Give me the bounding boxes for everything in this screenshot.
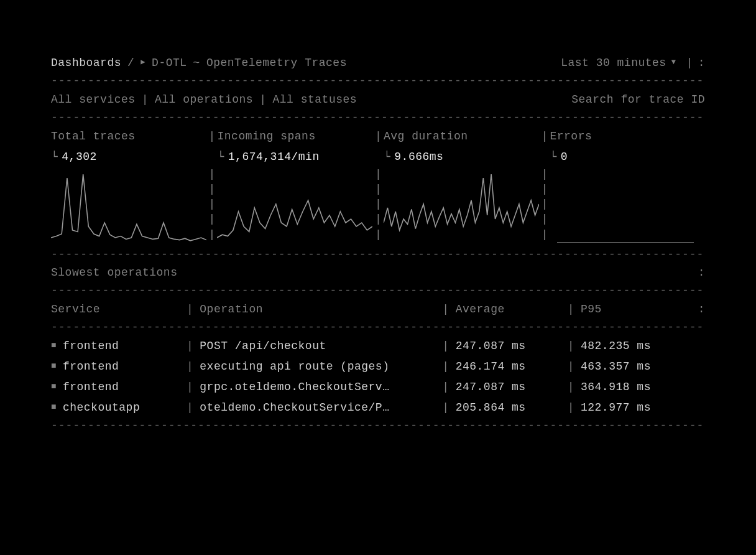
pipe-separator: | (541, 128, 548, 145)
dashboard-title: OpenTelemetry Traces (206, 55, 347, 72)
corner-icon: └ (51, 149, 58, 166)
cell-p95: 482.235 ms (581, 338, 686, 355)
menu-icon[interactable]: : (698, 55, 705, 72)
square-icon: ■ (51, 380, 57, 393)
corner-icon: └ (550, 149, 556, 166)
breadcrumb-separator: / (121, 55, 141, 72)
time-range-selector[interactable]: Last 30 minutes (561, 55, 666, 72)
breadcrumb-root[interactable]: Dashboards (51, 55, 121, 72)
cell-service: ■frontend (51, 358, 180, 375)
filter-operations[interactable]: All operations (155, 91, 253, 108)
sparkline-avg-duration (384, 170, 539, 245)
cell-p95: 122.977 ms (581, 399, 686, 416)
pipe-separator: | (436, 358, 455, 375)
pipe-separator: | (180, 379, 200, 396)
metric-value: 4,302 (62, 149, 97, 166)
col-header-p95[interactable]: P95 (581, 301, 686, 318)
cell-operation: POST /api/checkout (200, 338, 436, 355)
pipe-separator: | (180, 338, 200, 355)
metric-value: 0 (561, 149, 568, 166)
cell-service: ■checkoutapp (51, 399, 180, 416)
pipe-separator: | (136, 91, 155, 108)
dashboard-code[interactable]: D-OTL (145, 55, 187, 72)
cell-average: 246.174 ms (456, 358, 561, 375)
metrics-row: Total traces └ 4,302 | Incoming spans └ … (51, 128, 705, 245)
table-row[interactable]: ■checkoutapp|oteldemo.CheckoutService/P…… (51, 399, 705, 416)
cell-average: 247.087 ms (456, 338, 561, 355)
tilde-separator: ~ (187, 55, 206, 72)
divider: ----------------------------------------… (51, 285, 705, 297)
metric-label: Incoming spans (217, 128, 383, 145)
col-header-operation[interactable]: Operation (200, 301, 436, 318)
metric-label: Errors (550, 128, 705, 145)
cell-operation: grpc.oteldemo.CheckoutServ… (200, 379, 436, 396)
col-header-service[interactable]: Service (51, 301, 180, 318)
menu-icon[interactable]: : (698, 264, 705, 281)
cell-average: 247.087 ms (456, 379, 561, 396)
pipe-separator: | (253, 91, 272, 108)
cell-service: ■frontend (51, 338, 180, 355)
filter-services[interactable]: All services (51, 91, 136, 108)
metric-label: Avg duration (384, 128, 550, 145)
divider: ----------------------------------------… (51, 75, 705, 88)
pipe-separator: | (180, 358, 200, 375)
divider: ----------------------------------------… (51, 112, 705, 124)
square-icon: ■ (51, 339, 57, 352)
corner-icon: └ (217, 149, 224, 166)
table-row[interactable]: ■frontend|POST /api/checkout|247.087 ms|… (51, 338, 705, 355)
metric-incoming-spans[interactable]: | Incoming spans └ 1,674,314/min ||||| (217, 128, 383, 245)
play-icon[interactable]: ▶ (141, 57, 145, 68)
sparkline-total-traces (51, 170, 206, 245)
metric-errors[interactable]: | Errors └ 0 ||||| (550, 128, 705, 245)
pipe-separator: | (436, 338, 455, 355)
table-header: Service | Operation | Average | P95 : (51, 301, 705, 318)
pipe-separator: | (436, 399, 455, 416)
table-row[interactable]: ■frontend|grpc.oteldemo.CheckoutServ…|24… (51, 379, 705, 396)
divider: ----------------------------------------… (51, 249, 705, 261)
pipe-separator: | (561, 379, 581, 396)
cell-p95: 463.357 ms (581, 358, 686, 375)
pipe-separator: | (561, 301, 581, 318)
sparkline-errors (557, 242, 694, 243)
pipe-separator: | (180, 399, 200, 416)
search-trace-input[interactable]: Search for trace ID (571, 91, 705, 108)
square-icon: ■ (51, 360, 57, 373)
metric-label: Total traces (51, 128, 217, 145)
pipe-separator: | (375, 128, 382, 145)
filter-statuses[interactable]: All statuses (272, 91, 357, 108)
cell-operation: executing api route (pages) (200, 358, 436, 375)
pipe-separator: | (208, 128, 215, 145)
square-icon: ■ (51, 401, 57, 414)
pipe-separator: | (436, 301, 455, 318)
col-header-average[interactable]: Average (456, 301, 561, 318)
pipe-separator: | (436, 379, 455, 396)
metric-value: 9.666ms (394, 149, 443, 166)
cell-operation: oteldemo.CheckoutService/P… (200, 399, 436, 416)
metric-total-traces[interactable]: Total traces └ 4,302 (51, 128, 217, 245)
pipe-separator: | (180, 301, 200, 318)
sparkline-incoming-spans (217, 170, 372, 245)
chevron-down-icon[interactable]: ▼ (666, 57, 681, 68)
pipe-separator: | (561, 358, 581, 375)
table-row[interactable]: ■frontend|executing api route (pages)|24… (51, 358, 705, 375)
pipe-separator: | (561, 338, 581, 355)
section-title: Slowest operations (51, 264, 177, 281)
divider: ----------------------------------------… (51, 420, 705, 432)
corner-icon: └ (384, 149, 390, 166)
metric-avg-duration[interactable]: | Avg duration └ 9.666ms ||||| (384, 128, 550, 245)
menu-icon[interactable]: : (698, 301, 705, 318)
pipe-separator: | (681, 55, 698, 72)
pipe-separator: | (561, 399, 581, 416)
divider: ----------------------------------------… (51, 322, 705, 334)
cell-average: 205.864 ms (456, 399, 561, 416)
cell-p95: 364.918 ms (581, 379, 686, 396)
cell-service: ■frontend (51, 379, 180, 396)
metric-value: 1,674,314/min (228, 149, 320, 166)
